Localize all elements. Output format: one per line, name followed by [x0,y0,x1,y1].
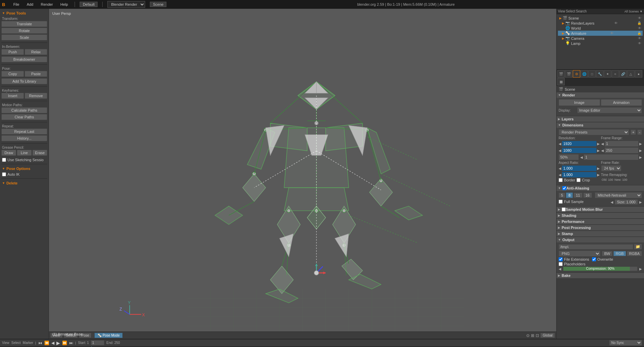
pose-options-header[interactable]: ▼ Pose Options [1,166,47,172]
translate-btn[interactable]: Translate [1,21,47,27]
outliner-lamp-item[interactable]: ▶ 💡 Lamp 👁 [558,41,643,46]
prop-tab-physics[interactable]: ≈ [612,70,619,78]
cam-eye[interactable]: 👁 [638,36,641,40]
render-presets-select[interactable]: Render Presets [559,129,629,135]
outliner-world-item[interactable]: ▶ 🌐 World 👁 [558,26,643,31]
tl-jump-start-btn[interactable]: ⏮ [38,341,42,345]
rgba-btn[interactable]: RGBA [627,251,642,256]
placeholders-checkbox[interactable] [559,262,563,266]
calculate-paths-btn[interactable]: Calculate Paths [1,107,47,113]
outliner-renderlayers-item[interactable]: ▶ 📷 RenderLayers 👁 🔒 [558,21,643,26]
repeat-last-btn[interactable]: Repeat Last [1,128,47,135]
overwrite-checkbox[interactable] [592,257,596,261]
performance-header[interactable]: ▶ Performance [557,219,644,224]
step-input[interactable] [584,154,639,160]
current-frame-input[interactable] [91,340,104,345]
prop-tab-render[interactable]: 🎬 [557,70,565,78]
global-btn[interactable]: Global [540,333,555,338]
clear-paths-btn[interactable]: Clear Paths [1,114,47,120]
outliner-scene-item[interactable]: ▶ 🎬 Scene 👁 [558,16,643,21]
tl-view-btn[interactable]: View [2,341,9,345]
render-section-header[interactable]: ▼ Render [557,92,644,98]
world-eye[interactable]: 👁 [638,26,641,30]
layout-selector[interactable]: Default [80,2,98,7]
breakdowner-btn[interactable]: Breakdowner [1,56,47,62]
border-checkbox[interactable] [559,178,563,182]
fps-select[interactable]: 24 fps 25 fps 30 fps [601,165,621,171]
engine-selector[interactable]: Blender Render Cycles Render [107,1,145,8]
presets-add-btn[interactable]: + [630,129,636,135]
prop-tab-modifier[interactable]: 🔧 [596,70,603,78]
lamp-eye[interactable]: 👁 [638,41,641,45]
output-folder-btn[interactable]: 📁 [634,244,642,250]
tl-reverse-play-btn[interactable]: ◀ [51,341,54,345]
bake-header[interactable]: ▶ Bake [557,273,644,278]
delete-header[interactable]: ▼ Delete [1,180,47,186]
end-input[interactable] [605,147,639,153]
add-library-btn[interactable]: Add To Library [1,78,47,84]
animation-btn[interactable]: Animation [601,99,642,106]
menu-file[interactable]: File [11,2,21,7]
push-btn[interactable]: Push [1,49,24,55]
prop-tab-texture[interactable]: ▦ [557,78,565,85]
display-select[interactable]: Image Editor New Window Full Screen [577,107,642,113]
scene-selector[interactable]: Scene [150,2,166,7]
smb-checkbox[interactable] [562,207,566,211]
res-y-input[interactable] [562,148,596,153]
output-path-input[interactable] [559,244,633,250]
tl-play-btn[interactable]: ▶ [56,340,60,346]
aa-filter-select[interactable]: Mitchell-Netravali Gaussian CatRom [595,192,642,198]
tl-jump-end-btn[interactable]: ⏭ [69,341,73,345]
rl-eye[interactable]: 👁 [614,21,618,25]
aa-5-btn[interactable]: 5 [559,193,565,198]
tl-prev-frame-btn[interactable]: ⏪ [44,341,49,345]
pose-mode-btn[interactable]: 🦴 Pose Mode [95,333,123,338]
arm-eye[interactable]: 👁 [610,31,614,35]
prop-tab-render-active[interactable]: ⚙ [573,70,580,78]
image-btn[interactable]: Image [559,99,600,106]
rgb-btn[interactable]: RGB [613,251,626,256]
crop-checkbox[interactable] [576,178,581,182]
presets-remove-btn[interactable]: - [637,129,642,135]
use-sketching-checkbox[interactable] [2,158,6,162]
stamp-header[interactable]: ▶ Stamp [557,231,644,236]
outliner-camera-item[interactable]: ▶ 📷 Camera 👁 [558,36,643,41]
tl-marker-btn[interactable]: Marker [23,341,33,345]
shading-header[interactable]: ▶ Shading [557,213,644,218]
copy-btn[interactable]: Copy [1,71,24,77]
aa-8-btn[interactable]: 8 [566,193,573,198]
line-btn[interactable]: Line [17,150,32,156]
remove-btn[interactable]: Remove [25,93,47,99]
history-btn[interactable]: History... [1,135,47,141]
post-processing-header[interactable]: ▶ Post Processing [557,225,644,230]
insert-btn[interactable]: Insert [1,93,24,99]
arm-lock[interactable]: 🔒 [637,31,641,35]
prop-tab-data[interactable]: △ [627,70,635,78]
pose-tools-header[interactable]: ▼ Pose Tools [1,10,47,16]
relax-btn[interactable]: Relax [25,49,47,55]
prop-tab-object[interactable]: □ [588,70,596,78]
scene-eye-icon[interactable]: 👁 [638,16,641,20]
menu-add[interactable]: Add [25,2,35,7]
paste-btn[interactable]: Paste [25,71,47,77]
viewport[interactable]: User Persp [49,9,556,339]
aspect-x-input[interactable] [562,166,596,171]
aa-11-btn[interactable]: 11 [573,193,582,198]
auto-ik-checkbox[interactable] [2,172,6,176]
outliner-armature-item[interactable]: ▶ 🦴 Armature 👁 🔒 [558,31,643,36]
tl-select-btn[interactable]: Select [11,341,21,345]
rotate-btn[interactable]: Rotate [1,28,47,34]
dimensions-section-header[interactable]: ▼ Dimensions [557,122,644,128]
prop-tab-material[interactable]: ● [635,70,642,78]
prop-tab-scene[interactable]: 🎬 [565,70,572,78]
file-ext-checkbox[interactable] [559,257,563,261]
aspect-y-input[interactable] [562,172,596,177]
res-x-input[interactable] [562,141,596,146]
format-select[interactable]: PNG JPEG BMP [559,251,600,257]
prop-tab-particles[interactable]: ✦ [604,70,611,78]
menu-help[interactable]: Help [58,2,70,7]
draw-btn[interactable]: Draw [1,150,16,156]
menu-render[interactable]: Render [39,2,55,7]
prop-tab-constraints[interactable]: 🔗 [619,70,627,78]
prop-tab-world[interactable]: 🌐 [581,70,588,78]
